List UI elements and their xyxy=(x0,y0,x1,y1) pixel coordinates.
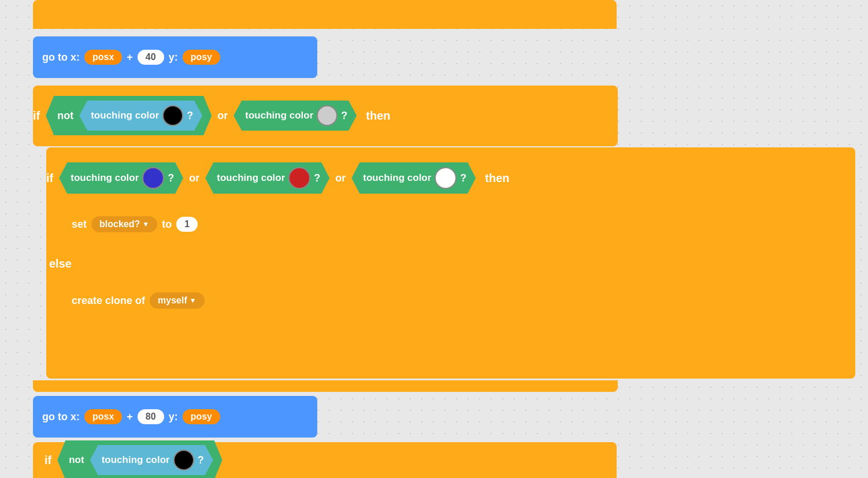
q-mark-5: ? xyxy=(460,172,466,184)
to-label: to xyxy=(162,218,172,231)
not-touching-black-condition: not touching color ? xyxy=(46,96,212,135)
then-label-1: then xyxy=(366,109,390,123)
touching-color-label-bottom: touching color xyxy=(102,454,170,466)
or-label-1: or xyxy=(217,110,228,122)
y-label-1: y: xyxy=(169,51,178,64)
y-label-2: y: xyxy=(169,411,178,423)
if-block-1-bottom xyxy=(33,380,618,392)
val-40[interactable]: 40 xyxy=(138,50,164,65)
val-80[interactable]: 80 xyxy=(138,409,164,424)
clone-block[interactable]: create clone of myself ▼ xyxy=(62,283,214,318)
q-mark-3: ? xyxy=(168,172,174,184)
dropdown-arrow-myself: ▼ xyxy=(190,297,196,305)
if-block-2-bottom xyxy=(46,348,630,378)
touching-color-label-5: touching color xyxy=(363,172,431,184)
red-swatch[interactable] xyxy=(288,167,310,189)
if-block-2-row: if touching color ? or touching color ? … xyxy=(46,155,844,201)
posy-var-1[interactable]: posy xyxy=(183,50,220,65)
blocked-var-label: blocked? xyxy=(99,219,140,229)
goto-label: go to x: xyxy=(42,51,80,64)
if-label-1: if xyxy=(33,109,40,123)
touching-color-label-4: touching color xyxy=(217,172,285,184)
set-label: set xyxy=(72,218,87,231)
goto-label-2: go to x: xyxy=(42,411,80,423)
if-label-bottom: if xyxy=(44,454,51,467)
q-mark-4: ? xyxy=(314,172,320,184)
bottom-touching-condition: touching color ? xyxy=(90,445,213,475)
touching-blue-condition: touching color ? xyxy=(59,162,183,194)
or-label-3: or xyxy=(335,172,346,184)
then-label-2: then xyxy=(485,172,509,185)
goto-block-2[interactable]: go to x: posx + 80 y: posy xyxy=(33,396,317,438)
q-mark-bottom: ? xyxy=(198,454,204,466)
set-blocked-block[interactable]: set blocked? ▼ to 1 xyxy=(62,207,207,242)
touching-color-label-1: touching color xyxy=(91,110,159,121)
touching-gray-condition: touching color ? xyxy=(233,101,357,131)
top-bar xyxy=(33,0,617,29)
q-mark-2: ? xyxy=(341,110,347,122)
goto-block-1[interactable]: go to x: posx + 40 y: posy xyxy=(33,36,317,78)
blue-swatch[interactable] xyxy=(142,167,164,189)
touching-red-condition: touching color ? xyxy=(205,162,329,194)
gray-swatch-1[interactable] xyxy=(317,105,337,126)
touching-color-label-3: touching color xyxy=(71,172,139,184)
bottom-not-condition: not touching color ? xyxy=(57,440,222,478)
myself-label: myself xyxy=(158,295,187,306)
bottom-not-label: not xyxy=(69,454,84,466)
or-label-2: or xyxy=(189,172,199,184)
myself-dropdown[interactable]: myself ▼ xyxy=(150,292,205,309)
if-block-1-row: if not touching color ? or touching colo… xyxy=(33,95,611,136)
scratch-container: go to x: posx + 40 y: posy if not touchi… xyxy=(0,0,868,478)
plus-sign-2: + xyxy=(127,411,133,423)
plus-sign-1: + xyxy=(127,51,133,64)
if-label-2: if xyxy=(46,172,53,185)
posy-var-2[interactable]: posy xyxy=(183,409,220,424)
bottom-if-bar: if not touching color ? xyxy=(33,442,617,478)
blocked-var-dropdown[interactable]: blocked? ▼ xyxy=(91,216,157,232)
create-clone-label: create clone of xyxy=(72,295,145,307)
touching-black-condition: touching color ? xyxy=(79,101,202,131)
posx-var-1[interactable]: posx xyxy=(84,50,122,65)
white-swatch[interactable] xyxy=(435,167,457,189)
not-label: not xyxy=(57,110,73,122)
dropdown-arrow-blocked: ▼ xyxy=(142,220,149,228)
black-swatch-bottom[interactable] xyxy=(173,450,194,470)
q-mark-1: ? xyxy=(187,110,193,122)
touching-color-label-2: touching color xyxy=(245,110,313,121)
val-1[interactable]: 1 xyxy=(176,217,198,232)
black-swatch-1[interactable] xyxy=(162,105,183,126)
posx-var-2[interactable]: posx xyxy=(84,409,122,424)
touching-white-condition: touching color ? xyxy=(351,162,476,194)
else-label: else xyxy=(49,257,72,271)
